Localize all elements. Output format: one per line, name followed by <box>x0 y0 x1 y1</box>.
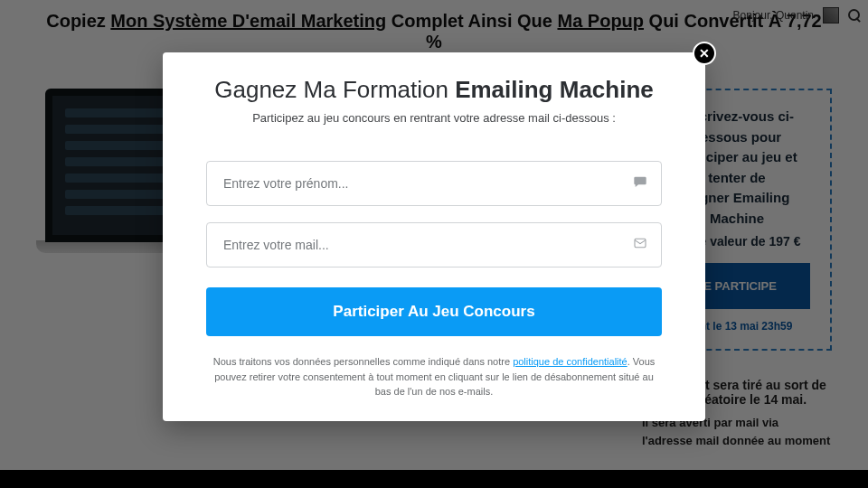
modal-title-light: Gagnez Ma Formation <box>214 76 455 103</box>
signup-modal: ✕ Gagnez Ma Formation Emailing Machine P… <box>163 52 705 421</box>
submit-button[interactable]: Participer Au Jeu Concours <box>206 287 662 336</box>
svg-rect-0 <box>635 239 646 247</box>
name-input[interactable] <box>206 161 662 206</box>
modal-title: Gagnez Ma Formation Emailing Machine <box>206 76 662 104</box>
chat-icon <box>633 174 647 192</box>
modal-subtitle: Participez au jeu concours en rentrant v… <box>206 111 662 125</box>
modal-overlay[interactable]: ✕ Gagnez Ma Formation Emailing Machine P… <box>0 0 868 488</box>
email-input[interactable] <box>206 222 662 267</box>
email-field-wrapper <box>206 222 662 267</box>
close-button[interactable]: ✕ <box>693 42 716 65</box>
name-field-wrapper <box>206 161 662 206</box>
modal-title-bold: Emailing Machine <box>455 76 654 103</box>
legal-pre: Nous traitons vos données personnelles c… <box>213 356 513 367</box>
legal-text: Nous traitons vos données personnelles c… <box>206 354 662 399</box>
envelope-icon <box>633 236 647 254</box>
privacy-link[interactable]: politique de confidentialité <box>513 356 627 367</box>
